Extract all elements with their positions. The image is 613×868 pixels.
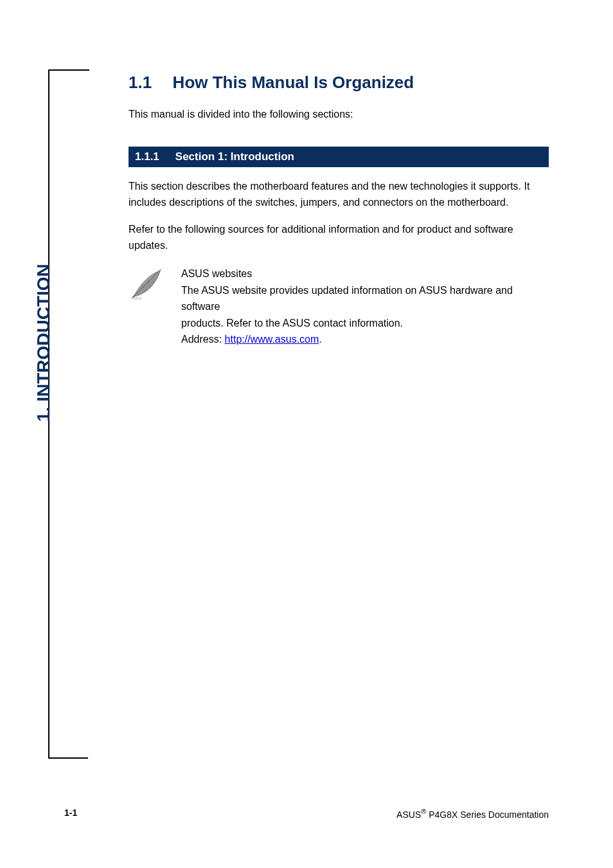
page-footer: 1-1 ASUS® P4G8X Series Documentation [64,808,549,820]
footer-doc-title: P4G8X Series Documentation [426,809,549,820]
footer-brand: ASUS [396,809,421,820]
body-paragraph-1: This section describes the motherboard f… [129,179,549,211]
asus-website-link[interactable]: http://www.asus.com [225,334,319,345]
note-line-3: products. Refer to the ASUS contact info… [181,318,403,329]
section-title: How This Manual Is Organized [173,73,414,92]
svg-point-0 [130,297,142,300]
page-content: 1.1 How This Manual Is Organized This ma… [129,73,549,348]
subsection-title: Section 1: Introduction [175,150,294,163]
subsection-number: 1.1.1 [135,150,159,163]
note-line-4-suffix: . [319,334,321,345]
section-number: 1.1 [129,73,152,92]
note-line-1: ASUS websites [181,268,252,279]
section-bracket [48,69,88,759]
note-text: ASUS websites The ASUS website provides … [181,266,549,348]
subsection-heading-bar: 1.1.1 Section 1: Introduction [129,147,549,167]
section-heading: 1.1 How This Manual Is Organized [129,73,549,93]
note-callout: ASUS websites The ASUS website provides … [129,266,549,348]
intro-paragraph: This manual is divided into the followin… [129,107,549,123]
sidebar-section-label: 1. INTRODUCTION [33,264,54,422]
body-paragraph-2: Refer to the following sources for addit… [129,222,549,254]
note-line-2: The ASUS website provides updated inform… [181,285,513,312]
footer-product-label: ASUS® P4G8X Series Documentation [396,808,549,820]
note-line-4-prefix: Address: [181,334,225,345]
feather-pen-icon [129,268,164,303]
page-number: 1-1 [64,808,77,820]
